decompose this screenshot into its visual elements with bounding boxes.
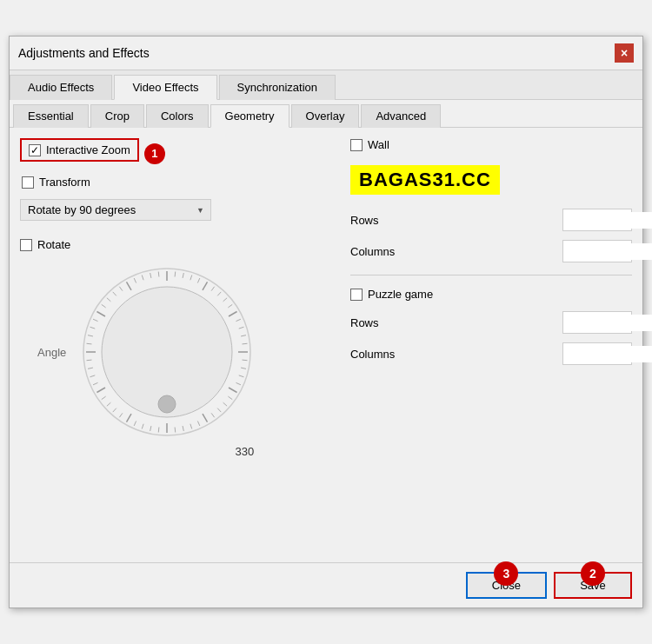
dial-container: Angle 330 (37, 265, 333, 439)
save-button[interactable]: 2 Save (554, 572, 632, 599)
transform-label: Transform (39, 176, 90, 189)
svg-line-3 (183, 273, 183, 278)
wall-rows-label: Rows (350, 214, 379, 227)
puzzle-game-row: Puzzle game (350, 288, 632, 301)
main-tabs: Audio Effects Video Effects Synchronizat… (10, 70, 642, 100)
divider (350, 275, 632, 276)
svg-line-57 (134, 278, 136, 282)
rotate-row: Rotate (20, 238, 333, 251)
transform-row: Transform (20, 176, 333, 189)
svg-line-5 (198, 278, 200, 282)
wall-row: Wall (350, 138, 632, 151)
wall-columns-input[interactable] (563, 243, 652, 260)
svg-line-53 (107, 298, 110, 302)
wall-checkbox[interactable] (350, 139, 363, 151)
interactive-zoom-checkbox-label[interactable]: Interactive Zoom (29, 143, 130, 156)
wall-columns-row: Columns ▲ ▼ (350, 240, 632, 262)
svg-line-6 (203, 282, 208, 290)
svg-line-33 (150, 426, 151, 431)
sub-tab-essential[interactable]: Essential (13, 104, 89, 128)
puzzle-game-label: Puzzle game (368, 288, 433, 301)
svg-line-19 (239, 375, 244, 377)
interactive-zoom-checkbox[interactable] (29, 144, 41, 156)
svg-line-50 (93, 319, 97, 321)
puzzle-section: Puzzle game Rows ▲ ▼ Columns (350, 288, 632, 365)
badge-3: 3 (494, 561, 518, 586)
angle-value: 330 (236, 445, 255, 458)
svg-line-4 (190, 276, 192, 281)
svg-line-43 (90, 375, 96, 377)
svg-line-10 (229, 304, 233, 308)
bottom-bar: 3 Close 2 Save (10, 562, 642, 607)
knob-wrapper[interactable]: 330 (80, 265, 254, 439)
svg-line-59 (150, 273, 151, 278)
svg-line-15 (243, 343, 248, 344)
svg-line-11 (229, 312, 237, 317)
puzzle-columns-label: Columns (350, 348, 395, 361)
wall-rows-row: Rows ▲ ▼ (350, 209, 632, 231)
svg-line-2 (175, 272, 176, 277)
svg-line-24 (217, 408, 221, 412)
rotate-select[interactable]: Rotate by 90 degrees Rotate by 180 degre… (20, 199, 211, 221)
svg-line-25 (211, 413, 215, 417)
sub-tab-advanced[interactable]: Advanced (361, 104, 441, 128)
dialog-title: Adjustments and Effects (18, 46, 150, 60)
tab-audio-effects[interactable]: Audio Effects (10, 75, 112, 100)
puzzle-columns-spin[interactable]: ▲ ▼ (562, 342, 632, 365)
transform-checkbox[interactable] (22, 176, 34, 189)
puzzle-game-checkbox[interactable] (350, 289, 363, 301)
svg-line-35 (134, 421, 136, 425)
svg-line-54 (113, 292, 116, 295)
tab-video-effects[interactable]: Video Effects (114, 75, 216, 100)
badge-1: 1 (144, 143, 165, 164)
sub-tabs: Essential Crop Colors Geometry Overlay A… (10, 100, 642, 128)
wall-columns-label: Columns (350, 245, 395, 258)
svg-line-56 (127, 282, 132, 290)
interactive-zoom-section: Interactive Zoom (20, 138, 139, 162)
puzzle-rows-input[interactable] (563, 315, 652, 331)
puzzle-columns-row: Columns ▲ ▼ (350, 342, 632, 365)
svg-line-23 (223, 402, 227, 406)
svg-line-48 (88, 335, 93, 336)
sub-tab-geometry[interactable]: Geometry (210, 104, 289, 128)
svg-line-37 (120, 413, 123, 417)
svg-line-9 (223, 298, 227, 302)
puzzle-rows-row: Rows ▲ ▼ (350, 311, 632, 334)
svg-line-36 (127, 414, 132, 422)
left-panel: Interactive Zoom 1 Transform Rotate by 9… (20, 138, 333, 552)
svg-line-55 (120, 287, 123, 291)
puzzle-columns-input[interactable] (563, 346, 652, 362)
svg-line-32 (159, 428, 160, 433)
sub-tab-colors[interactable]: Colors (146, 104, 209, 128)
interactive-zoom-label: Interactive Zoom (46, 143, 130, 156)
rotate-select-wrapper: Rotate by 90 degrees Rotate by 180 degre… (20, 199, 211, 221)
svg-line-20 (236, 382, 241, 384)
svg-line-52 (102, 304, 106, 308)
close-button[interactable]: 3 Close (466, 572, 547, 599)
close-dialog-button[interactable]: × (615, 43, 634, 63)
content-area: Interactive Zoom 1 Transform Rotate by 9… (10, 128, 642, 562)
wall-rows-input[interactable] (563, 212, 652, 229)
tab-synchronization[interactable]: Synchronization (219, 75, 336, 100)
sub-tab-crop[interactable]: Crop (90, 104, 144, 128)
svg-line-12 (236, 319, 241, 321)
sub-tab-overlay[interactable]: Overlay (291, 104, 360, 128)
svg-line-41 (97, 388, 106, 393)
svg-line-22 (229, 396, 233, 400)
svg-line-13 (239, 327, 244, 329)
svg-line-8 (217, 292, 221, 295)
wall-rows-spin[interactable]: ▲ ▼ (562, 209, 632, 231)
svg-line-17 (243, 360, 248, 361)
svg-line-49 (90, 327, 96, 329)
svg-line-28 (190, 424, 192, 429)
wall-columns-spin[interactable]: ▲ ▼ (562, 240, 632, 262)
title-bar: Adjustments and Effects × (10, 37, 642, 70)
puzzle-rows-spin[interactable]: ▲ ▼ (562, 311, 632, 334)
rotate-checkbox[interactable] (20, 239, 32, 251)
svg-line-27 (198, 421, 200, 425)
svg-line-26 (203, 414, 208, 422)
svg-point-62 (158, 395, 176, 413)
svg-line-60 (159, 272, 160, 277)
badge-2: 2 (581, 561, 605, 586)
rotate-label: Rotate (37, 238, 70, 251)
